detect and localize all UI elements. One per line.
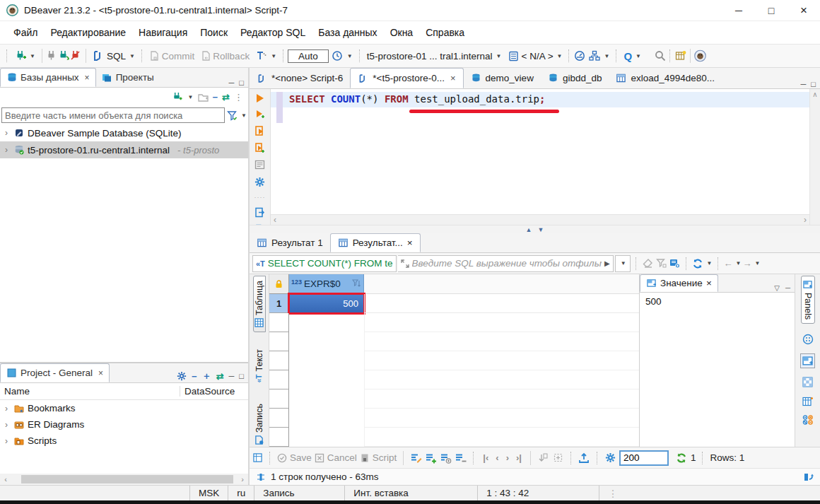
dbeaver-toolbar-logo-icon[interactable]: [694, 50, 706, 62]
cancel-button[interactable]: Cancel: [315, 452, 357, 463]
refresh-dropdown[interactable]: ▼: [707, 260, 713, 266]
reconnect-icon[interactable]: [58, 50, 70, 62]
tab-close-icon[interactable]: ×: [450, 73, 456, 83]
column-header-expr0[interactable]: 123 EXPR$0: [289, 274, 364, 294]
sql-editor-button[interactable]: SQL ▼: [90, 49, 138, 64]
menu-edit[interactable]: Редактирование: [44, 27, 132, 38]
presentation-tab-record[interactable]: Запись: [254, 399, 265, 449]
export-result-icon[interactable]: [254, 207, 265, 218]
edit-cell-icon[interactable]: [410, 452, 422, 464]
window-maximize-button[interactable]: □: [755, 0, 787, 20]
nav-back-icon[interactable]: ←: [724, 258, 733, 269]
previous-row-icon[interactable]: ‹: [493, 452, 500, 463]
new-folder-icon[interactable]: [198, 92, 209, 102]
menu-windows[interactable]: Окна: [384, 27, 420, 38]
code-area[interactable]: SELECT COUNT(*) FROM test_upload_data.tr…: [271, 89, 809, 214]
nav-forward-icon[interactable]: →: [742, 258, 751, 269]
toggle-panel-icon[interactable]: [802, 471, 814, 483]
object-search-button[interactable]: Q ▼: [621, 49, 644, 64]
column-header-name[interactable]: Name: [0, 386, 180, 397]
row-number-cell[interactable]: 1: [269, 294, 289, 313]
filter-funnel-icon[interactable]: [226, 110, 238, 122]
gear-icon[interactable]: [176, 371, 187, 382]
tab-project-close-icon[interactable]: ×: [98, 368, 103, 378]
er-diagram-dropdown[interactable]: ▼: [604, 53, 609, 59]
menu-navigation[interactable]: Навигация: [132, 27, 194, 38]
transaction-log-button[interactable]: ▼: [329, 49, 356, 64]
disconnect-icon[interactable]: [70, 50, 82, 62]
chevron-right-icon[interactable]: ›: [3, 404, 10, 414]
object-search-input[interactable]: [1, 107, 225, 123]
refresh-green-icon[interactable]: [676, 452, 688, 464]
chevron-right-icon[interactable]: ›: [3, 436, 10, 446]
panel-minimize-icon[interactable]: ─: [785, 284, 790, 292]
add-row-icon[interactable]: [425, 452, 437, 464]
presentation-tab-grid[interactable]: Таблица: [253, 276, 266, 332]
project-horizontal-scrollbar[interactable]: ‹ ›: [0, 474, 248, 485]
execute-script-icon[interactable]: [254, 126, 265, 136]
nav-forward-dropdown[interactable]: ▼: [754, 260, 760, 266]
editor-settings-gear-icon[interactable]: [254, 177, 265, 187]
tab-result-1[interactable]: Результат 1: [250, 233, 330, 252]
grid-corner-cell[interactable]: [269, 274, 289, 294]
chevron-right-icon[interactable]: ›: [3, 420, 10, 430]
tree-item-sample-database[interactable]: › DBeaver Sample Database (SQLite): [0, 124, 248, 141]
collapse-all-icon[interactable]: −: [213, 92, 218, 102]
expand-right-icon[interactable]: ▶: [604, 259, 610, 267]
filter-dropdown[interactable]: ▼: [241, 112, 247, 119]
link-with-editor-icon[interactable]: ⇄: [216, 371, 224, 382]
tab-projects[interactable]: Проекты: [96, 68, 160, 87]
menu-sql-editor[interactable]: Редактор SQL: [234, 27, 312, 38]
tab-project-general[interactable]: Project - General ×: [0, 363, 110, 382]
status-language[interactable]: ru: [228, 486, 254, 500]
connection-combo[interactable]: t5-prostore-01 ... tral1.internal ▼: [364, 49, 505, 63]
menu-file[interactable]: Файл: [7, 27, 44, 38]
sql-dropdown[interactable]: ▼: [129, 53, 135, 59]
refresh-icon[interactable]: [692, 257, 704, 269]
chevron-right-icon[interactable]: ›: [3, 145, 10, 155]
transaction-mode-button[interactable]: ▼: [252, 49, 279, 64]
connection-combo-dropdown[interactable]: ▼: [496, 53, 502, 59]
script-button[interactable]: Script: [360, 452, 397, 463]
expand-icon[interactable]: [401, 259, 409, 268]
nav-back-dropdown[interactable]: ▼: [736, 260, 742, 266]
tree-item-scripts[interactable]: › Scripts: [0, 433, 248, 449]
execute-script-new-tab-icon[interactable]: [254, 143, 265, 153]
execute-statement-icon[interactable]: [255, 93, 265, 103]
window-close-button[interactable]: ×: [787, 0, 820, 20]
delete-row-icon[interactable]: [455, 452, 467, 464]
scroll-right-icon[interactable]: ›: [804, 215, 807, 225]
new-connection-small-icon[interactable]: [172, 92, 182, 102]
tab-gibdd-db[interactable]: gibdd_db: [541, 68, 609, 88]
menu-database[interactable]: База данных: [312, 27, 383, 38]
aggregate-panel-icon[interactable]: [802, 377, 813, 387]
plug-disabled-icon[interactable]: [46, 50, 58, 62]
filters-menu-icon[interactable]: [655, 257, 667, 269]
next-row-icon[interactable]: ›: [504, 452, 511, 463]
tab-value-viewer[interactable]: Значение ×: [640, 274, 718, 292]
menu-help[interactable]: Справка: [419, 27, 471, 38]
panel-minimize-icon[interactable]: ─: [229, 372, 235, 380]
object-search-dropdown[interactable]: ▼: [636, 53, 641, 59]
tab-databases[interactable]: Базы данных ×: [0, 68, 96, 87]
schema-combo-dropdown[interactable]: ▼: [557, 53, 563, 59]
expand-all-icon[interactable]: ＋: [202, 370, 211, 382]
tab-result-2-active[interactable]: Результат... ×: [330, 233, 421, 252]
tab-databases-close-icon[interactable]: ×: [85, 73, 90, 83]
editor-maximize-icon[interactable]: □: [811, 80, 816, 88]
value-cell-selected[interactable]: 500: [289, 294, 364, 313]
grouping-panel-icon[interactable]: [802, 415, 814, 425]
export-data-icon[interactable]: [578, 452, 590, 464]
explain-plan-icon[interactable]: [254, 160, 265, 170]
tab-script-7-active[interactable]: *<t5-prostore-0... ×: [350, 68, 463, 88]
editor-horizontal-scrollbar[interactable]: ‹ ›: [271, 214, 809, 225]
result-settings-gear-icon[interactable]: [604, 452, 616, 464]
last-row-icon[interactable]: ›|: [514, 452, 524, 463]
schema-combo[interactable]: < N/A > ▼: [505, 49, 566, 64]
link-with-editor-icon[interactable]: ⇄: [222, 92, 230, 102]
duplicate-row-icon[interactable]: [440, 452, 452, 464]
editor-minimize-icon[interactable]: ─: [801, 80, 807, 88]
record-mode-icon[interactable]: [802, 334, 814, 345]
filter-save-icon[interactable]: [669, 257, 681, 269]
column-sort-filter-icon[interactable]: [352, 279, 361, 288]
